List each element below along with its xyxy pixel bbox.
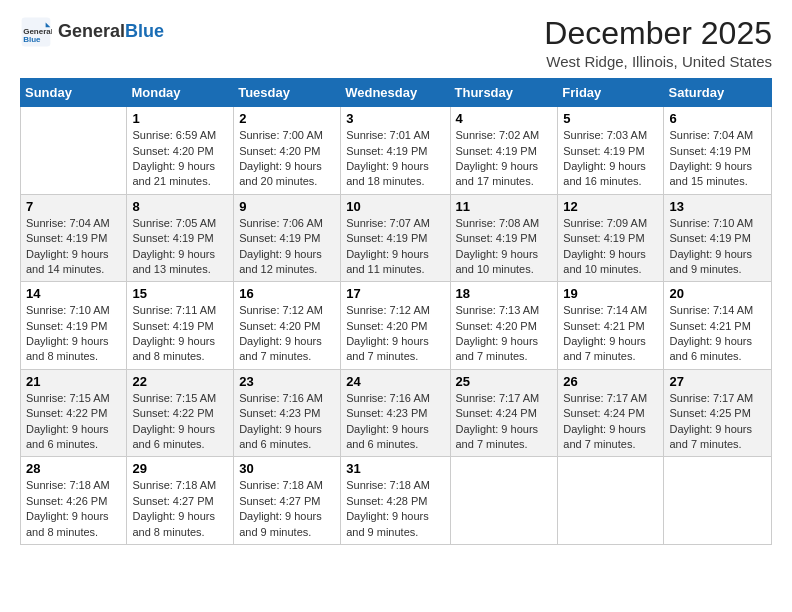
calendar-cell: 26Sunrise: 7:17 AMSunset: 4:24 PMDayligh… [558,369,664,457]
cell-info-text: Sunrise: 7:07 AMSunset: 4:19 PMDaylight:… [346,216,444,278]
column-header-thursday: Thursday [450,79,558,107]
cell-day-number: 20 [669,286,766,301]
cell-info-text: Sunrise: 7:03 AMSunset: 4:19 PMDaylight:… [563,128,658,190]
calendar-cell: 3Sunrise: 7:01 AMSunset: 4:19 PMDaylight… [341,107,450,195]
title-block: December 2025 West Ridge, Illinois, Unit… [544,16,772,70]
cell-day-number: 17 [346,286,444,301]
cell-day-number: 25 [456,374,553,389]
cell-day-number: 12 [563,199,658,214]
column-header-tuesday: Tuesday [234,79,341,107]
calendar-cell: 15Sunrise: 7:11 AMSunset: 4:19 PMDayligh… [127,282,234,370]
cell-info-text: Sunrise: 7:18 AMSunset: 4:26 PMDaylight:… [26,478,121,540]
calendar-header-row: SundayMondayTuesdayWednesdayThursdayFrid… [21,79,772,107]
cell-day-number: 21 [26,374,121,389]
calendar-cell: 27Sunrise: 7:17 AMSunset: 4:25 PMDayligh… [664,369,772,457]
calendar-cell: 18Sunrise: 7:13 AMSunset: 4:20 PMDayligh… [450,282,558,370]
cell-day-number: 13 [669,199,766,214]
cell-info-text: Sunrise: 7:04 AMSunset: 4:19 PMDaylight:… [26,216,121,278]
cell-info-text: Sunrise: 7:10 AMSunset: 4:19 PMDaylight:… [669,216,766,278]
column-header-saturday: Saturday [664,79,772,107]
calendar-cell: 22Sunrise: 7:15 AMSunset: 4:22 PMDayligh… [127,369,234,457]
logo-blue-text: Blue [125,21,164,41]
cell-info-text: Sunrise: 7:18 AMSunset: 4:27 PMDaylight:… [132,478,228,540]
cell-day-number: 23 [239,374,335,389]
calendar-cell: 5Sunrise: 7:03 AMSunset: 4:19 PMDaylight… [558,107,664,195]
calendar-cell: 21Sunrise: 7:15 AMSunset: 4:22 PMDayligh… [21,369,127,457]
cell-day-number: 30 [239,461,335,476]
cell-day-number: 31 [346,461,444,476]
subtitle: West Ridge, Illinois, United States [544,53,772,70]
calendar-cell: 4Sunrise: 7:02 AMSunset: 4:19 PMDaylight… [450,107,558,195]
column-header-sunday: Sunday [21,79,127,107]
calendar-cell: 7Sunrise: 7:04 AMSunset: 4:19 PMDaylight… [21,194,127,282]
calendar-week-row: 28Sunrise: 7:18 AMSunset: 4:26 PMDayligh… [21,457,772,545]
cell-day-number: 22 [132,374,228,389]
calendar-cell: 1Sunrise: 6:59 AMSunset: 4:20 PMDaylight… [127,107,234,195]
cell-day-number: 10 [346,199,444,214]
cell-day-number: 19 [563,286,658,301]
cell-day-number: 8 [132,199,228,214]
cell-day-number: 27 [669,374,766,389]
cell-info-text: Sunrise: 7:09 AMSunset: 4:19 PMDaylight:… [563,216,658,278]
calendar-week-row: 1Sunrise: 6:59 AMSunset: 4:20 PMDaylight… [21,107,772,195]
calendar-cell [664,457,772,545]
cell-day-number: 18 [456,286,553,301]
calendar-week-row: 14Sunrise: 7:10 AMSunset: 4:19 PMDayligh… [21,282,772,370]
cell-info-text: Sunrise: 7:14 AMSunset: 4:21 PMDaylight:… [563,303,658,365]
calendar-cell: 6Sunrise: 7:04 AMSunset: 4:19 PMDaylight… [664,107,772,195]
calendar-cell [558,457,664,545]
calendar-cell: 19Sunrise: 7:14 AMSunset: 4:21 PMDayligh… [558,282,664,370]
cell-info-text: Sunrise: 7:14 AMSunset: 4:21 PMDaylight:… [669,303,766,365]
cell-info-text: Sunrise: 7:11 AMSunset: 4:19 PMDaylight:… [132,303,228,365]
cell-day-number: 3 [346,111,444,126]
cell-info-text: Sunrise: 7:12 AMSunset: 4:20 PMDaylight:… [346,303,444,365]
cell-info-text: Sunrise: 7:12 AMSunset: 4:20 PMDaylight:… [239,303,335,365]
logo-icon: General Blue [20,16,52,48]
page-title: December 2025 [544,16,772,51]
cell-info-text: Sunrise: 7:17 AMSunset: 4:24 PMDaylight:… [456,391,553,453]
cell-day-number: 1 [132,111,228,126]
page-header: General Blue GeneralBlue December 2025 W… [20,16,772,70]
cell-info-text: Sunrise: 7:05 AMSunset: 4:19 PMDaylight:… [132,216,228,278]
calendar-cell: 31Sunrise: 7:18 AMSunset: 4:28 PMDayligh… [341,457,450,545]
column-header-monday: Monday [127,79,234,107]
cell-info-text: Sunrise: 7:16 AMSunset: 4:23 PMDaylight:… [346,391,444,453]
cell-day-number: 5 [563,111,658,126]
calendar-cell [21,107,127,195]
calendar-cell: 23Sunrise: 7:16 AMSunset: 4:23 PMDayligh… [234,369,341,457]
cell-info-text: Sunrise: 7:18 AMSunset: 4:27 PMDaylight:… [239,478,335,540]
cell-info-text: Sunrise: 7:04 AMSunset: 4:19 PMDaylight:… [669,128,766,190]
cell-day-number: 6 [669,111,766,126]
cell-info-text: Sunrise: 7:18 AMSunset: 4:28 PMDaylight:… [346,478,444,540]
cell-day-number: 28 [26,461,121,476]
cell-day-number: 7 [26,199,121,214]
svg-text:Blue: Blue [23,35,41,44]
calendar-cell: 29Sunrise: 7:18 AMSunset: 4:27 PMDayligh… [127,457,234,545]
calendar-cell: 2Sunrise: 7:00 AMSunset: 4:20 PMDaylight… [234,107,341,195]
calendar-cell: 28Sunrise: 7:18 AMSunset: 4:26 PMDayligh… [21,457,127,545]
logo-general-text: General [58,21,125,41]
calendar-cell: 24Sunrise: 7:16 AMSunset: 4:23 PMDayligh… [341,369,450,457]
calendar-cell: 11Sunrise: 7:08 AMSunset: 4:19 PMDayligh… [450,194,558,282]
calendar-cell: 30Sunrise: 7:18 AMSunset: 4:27 PMDayligh… [234,457,341,545]
cell-info-text: Sunrise: 7:15 AMSunset: 4:22 PMDaylight:… [26,391,121,453]
cell-info-text: Sunrise: 7:06 AMSunset: 4:19 PMDaylight:… [239,216,335,278]
cell-day-number: 29 [132,461,228,476]
cell-info-text: Sunrise: 7:15 AMSunset: 4:22 PMDaylight:… [132,391,228,453]
logo: General Blue GeneralBlue [20,16,164,48]
calendar-cell: 8Sunrise: 7:05 AMSunset: 4:19 PMDaylight… [127,194,234,282]
cell-info-text: Sunrise: 7:02 AMSunset: 4:19 PMDaylight:… [456,128,553,190]
calendar-cell: 12Sunrise: 7:09 AMSunset: 4:19 PMDayligh… [558,194,664,282]
cell-day-number: 2 [239,111,335,126]
calendar-cell: 14Sunrise: 7:10 AMSunset: 4:19 PMDayligh… [21,282,127,370]
calendar-cell: 10Sunrise: 7:07 AMSunset: 4:19 PMDayligh… [341,194,450,282]
cell-info-text: Sunrise: 7:17 AMSunset: 4:25 PMDaylight:… [669,391,766,453]
cell-info-text: Sunrise: 7:00 AMSunset: 4:20 PMDaylight:… [239,128,335,190]
cell-day-number: 14 [26,286,121,301]
cell-info-text: Sunrise: 7:17 AMSunset: 4:24 PMDaylight:… [563,391,658,453]
cell-info-text: Sunrise: 7:13 AMSunset: 4:20 PMDaylight:… [456,303,553,365]
calendar-cell: 13Sunrise: 7:10 AMSunset: 4:19 PMDayligh… [664,194,772,282]
cell-info-text: Sunrise: 7:08 AMSunset: 4:19 PMDaylight:… [456,216,553,278]
calendar-cell: 17Sunrise: 7:12 AMSunset: 4:20 PMDayligh… [341,282,450,370]
calendar-cell: 20Sunrise: 7:14 AMSunset: 4:21 PMDayligh… [664,282,772,370]
